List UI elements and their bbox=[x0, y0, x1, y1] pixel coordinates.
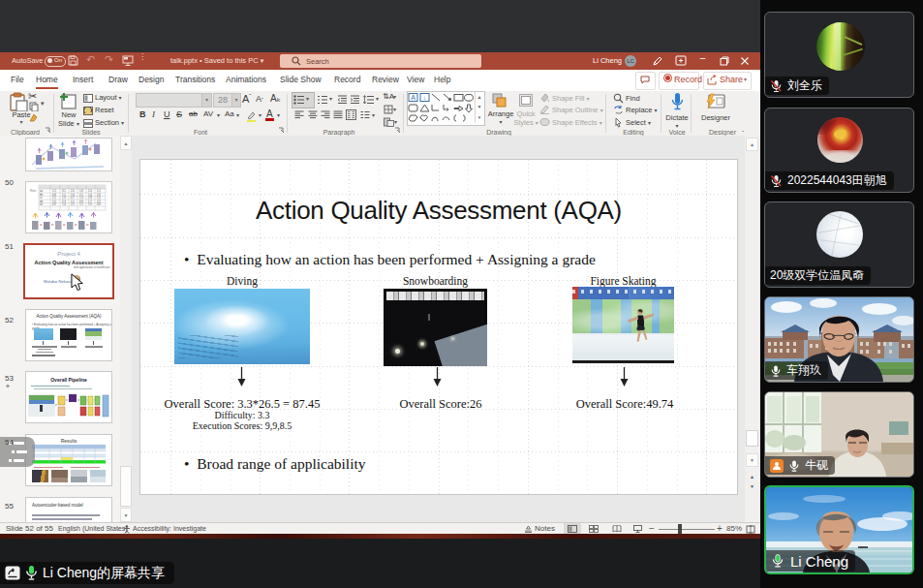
svg-text:1.2: 1.2 bbox=[79, 202, 83, 206]
svg-text:A: A bbox=[411, 94, 415, 101]
svg-text:0.8: 0.8 bbox=[97, 202, 101, 206]
svg-text:0.9: 0.9 bbox=[52, 202, 56, 206]
svg-text:ee: ee bbox=[40, 202, 44, 206]
svg-text:2.5: 2.5 bbox=[71, 202, 75, 206]
svg-text:1.9: 1.9 bbox=[88, 202, 92, 206]
svg-text:↓: ↓ bbox=[423, 95, 426, 101]
svg-text:Res: Res bbox=[30, 189, 36, 193]
svg-text:1.4: 1.4 bbox=[62, 202, 66, 206]
